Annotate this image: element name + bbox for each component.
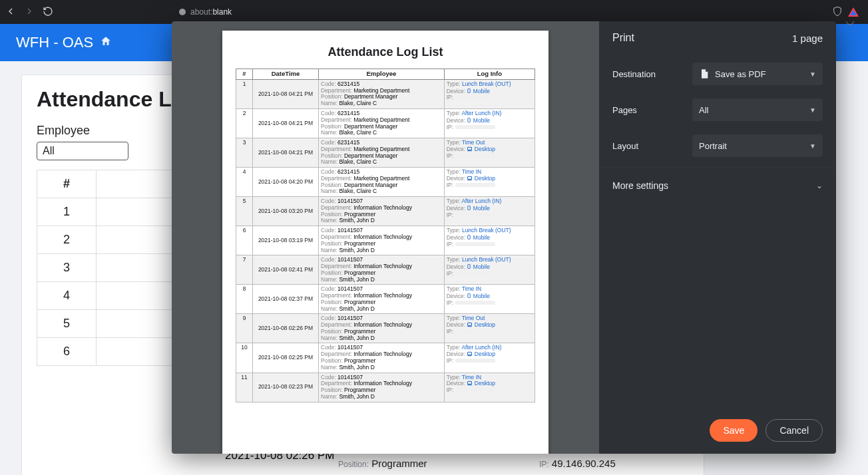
pages-label: Pages [612,105,692,115]
preview-col: DateTime [253,69,319,80]
table-row-num: 6 [37,338,97,366]
preview-row: 52021-10-08 03:20 PMCode: 10141507Depart… [236,197,535,226]
print-dialog: Attendance Log List #DateTimeEmployeeLog… [172,21,836,454]
destination-select[interactable]: Save as PDF▼ [692,63,823,85]
destination-label: Destination [612,69,692,79]
svg-rect-10 [468,353,472,355]
print-preview-pane: Attendance Log List #DateTimeEmployeeLog… [172,21,599,454]
svg-rect-2 [468,118,471,122]
col-num: # [37,170,97,198]
preview-title: Attendance Log List [236,45,535,59]
url-bar[interactable]: about:blank [172,3,865,21]
pdf-icon [699,69,710,79]
cancel-button[interactable]: Cancel [765,419,823,442]
table-row-num: 1 [37,198,97,226]
svg-rect-9 [468,323,472,326]
svg-rect-11 [468,382,472,385]
print-sheet: Attendance Log List #DateTimeEmployeeLog… [222,31,548,454]
forward-icon[interactable] [24,6,35,19]
preview-row: 92021-10-08 02:26 PMCode: 10141507Depart… [236,314,535,343]
more-settings-toggle[interactable]: More settings ⌄ [599,168,836,203]
preview-row: 82021-10-08 02:37 PMCode: 10141507Depart… [236,285,535,314]
brave-logo-icon[interactable] [848,7,859,17]
table-row-num: 5 [37,310,97,338]
svg-rect-3 [468,147,472,150]
preview-col: # [236,69,253,80]
svg-rect-1 [468,88,471,92]
print-title: Print [612,32,634,44]
preview-table: #DateTimeEmployeeLog Info 12021-10-08 04… [236,69,535,402]
back-icon[interactable] [5,6,16,19]
layout-select[interactable]: Portrait▼ [692,134,823,157]
site-title: WFH - OAS [16,34,93,51]
preview-row: 62021-10-08 03:19 PMCode: 10141507Depart… [236,226,535,255]
chevron-down-icon: ⌄ [816,181,823,190]
preview-col: Employee [319,69,445,80]
reload-icon[interactable] [43,6,53,19]
layout-label: Layout [612,141,692,151]
preview-row: 42021-10-08 04:20 PMCode: 6231415Departm… [236,168,535,197]
preview-row: 72021-10-08 02:41 PMCode: 10141507Depart… [236,255,535,285]
preview-col: Log Info [444,69,535,80]
info-icon [178,8,186,16]
print-settings-panel: Print 1 page Destination Save as PDF▼ Pa… [599,21,836,454]
svg-rect-7 [468,265,471,269]
preview-row: 32021-10-08 04:21 PMCode: 6231415Departm… [236,138,535,168]
print-page-count: 1 page [792,33,823,44]
table-row-num: 4 [37,282,97,310]
preview-row: 102021-10-08 02:25 PMCode: 10141507Depar… [236,343,535,373]
svg-rect-4 [468,176,472,179]
svg-point-0 [179,9,186,15]
save-button[interactable]: Save [710,419,758,442]
preview-row: 12021-10-08 04:21 PMCode: 6231415Departm… [236,79,535,108]
svg-rect-8 [468,294,471,298]
svg-rect-6 [468,236,471,239]
pages-select[interactable]: All▼ [692,98,823,121]
employee-filter[interactable]: All [37,142,128,160]
lion-shield-icon[interactable] [832,6,843,19]
preview-row: 22021-10-08 04:21 PMCode: 6231415Departm… [236,108,535,138]
table-row-num: 2 [37,226,97,254]
preview-row: 112021-10-08 02:23 PMCode: 10141507Depar… [236,373,535,402]
home-icon[interactable] [100,34,112,51]
svg-rect-5 [468,206,471,210]
table-row-num: 3 [37,254,97,282]
